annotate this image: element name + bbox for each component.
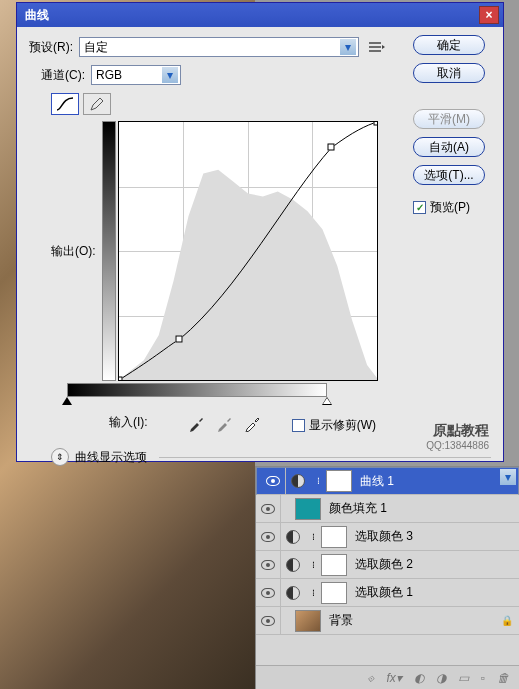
layer-name[interactable]: 选取颜色 1 [355,584,519,601]
curve-point[interactable] [328,144,335,151]
auto-button[interactable]: 自动(A) [413,137,485,157]
black-point-slider[interactable] [62,397,72,405]
layer-name[interactable]: 选取颜色 2 [355,556,519,573]
ok-button[interactable]: 确定 [413,35,485,55]
curve-point[interactable] [373,121,378,126]
visibility-icon[interactable] [261,532,275,542]
eyedropper-black-icon[interactable] [188,414,206,432]
output-label: 输出(O): [51,243,96,260]
show-clipping-label: 显示修剪(W) [309,417,376,434]
curve-point[interactable] [118,377,123,382]
checkbox-icon: ✓ [413,201,426,214]
preset-select[interactable]: 自定 [79,37,359,57]
curves-dialog: 曲线 × 预设(R): 自定 通道(C): RGB [16,2,504,462]
curve-tool-button[interactable] [51,93,79,115]
layer-thumbnail[interactable] [321,582,347,604]
visibility-icon[interactable] [261,588,275,598]
preview-label: 预览(P) [430,199,470,216]
layers-panel: ⁞曲线 1颜色填充 1⁞选取颜色 3⁞选取颜色 2⁞选取颜色 1背景🔒 ⟐ fx… [255,466,519,689]
visibility-icon[interactable] [261,504,275,514]
layer-thumbnail[interactable] [321,554,347,576]
expander-label: 曲线显示选项 [75,449,147,466]
lock-icon: 🔒 [501,615,513,626]
channel-label: 通道(C): [41,67,85,84]
expand-options-button[interactable]: ⇕ [51,448,69,466]
white-point-slider[interactable] [322,397,332,405]
watermark-qq: QQ:13844886 [426,440,489,451]
preview-checkbox[interactable]: ✓ 预览(P) [413,199,491,216]
visibility-icon[interactable] [261,616,275,626]
layer-row[interactable]: ⁞选取颜色 1 [256,579,519,607]
link-icon: ⁞ [310,476,326,486]
layer-row[interactable]: 颜色填充 1 [256,495,519,523]
pencil-tool-button[interactable] [83,93,111,115]
layer-name[interactable]: 颜色填充 1 [329,500,519,517]
smooth-button: 平滑(M) [413,109,485,129]
checkbox-icon [292,419,305,432]
layer-thumbnail[interactable] [326,470,352,492]
preset-value: 自定 [84,39,108,56]
layer-name[interactable]: 背景 [329,612,501,629]
dialog-title: 曲线 [21,7,49,24]
input-sliders[interactable] [67,399,327,409]
visibility-icon[interactable] [266,476,280,486]
eyedropper-gray-icon[interactable] [216,414,234,432]
link-icon: ⁞ [305,588,321,598]
layer-thumbnail[interactable] [295,498,321,520]
watermark: 原點教程 QQ:13844886 [426,422,489,451]
curve-point[interactable] [176,336,183,343]
input-gradient [67,383,327,397]
channel-select[interactable]: RGB [91,65,181,85]
layer-thumbnail[interactable] [321,526,347,548]
watermark-title: 原點教程 [426,422,489,440]
layer-row[interactable]: ⁞选取颜色 2 [256,551,519,579]
curve-graph[interactable] [118,121,378,381]
close-button[interactable]: × [479,6,499,24]
adjustment-layer-icon[interactable]: ◑ [436,671,446,685]
input-label: 输入(I): [109,414,148,431]
layer-name[interactable]: 选取颜色 3 [355,528,519,545]
channel-value: RGB [96,68,122,82]
preset-menu-icon[interactable] [367,39,387,55]
layer-mask-icon[interactable]: ◐ [414,671,424,685]
link-icon: ⁞ [305,560,321,570]
delete-layer-icon[interactable]: 🗑 [497,671,509,685]
layer-row[interactable]: ⁞曲线 1 [256,467,519,495]
curve-line [119,122,377,380]
adjustment-icon [286,586,300,600]
layer-thumbnail[interactable] [295,610,321,632]
titlebar[interactable]: 曲线 × [17,3,503,27]
layer-row[interactable]: 背景🔒 [256,607,519,635]
adjustment-icon [291,474,305,488]
layer-name[interactable]: 曲线 1 [360,473,498,490]
link-layers-icon[interactable]: ⟐ [367,671,374,685]
link-icon: ⁞ [305,532,321,542]
layer-row[interactable]: ⁞选取颜色 3 [256,523,519,551]
output-gradient [102,121,116,381]
layer-group-icon[interactable]: ▭ [458,671,469,685]
adjustment-icon [286,530,300,544]
layers-panel-footer: ⟐ fx▾ ◐ ◑ ▭ ▫ 🗑 [256,665,519,689]
eyedropper-white-icon[interactable] [244,414,262,432]
preset-label: 预设(R): [29,39,73,56]
visibility-icon[interactable] [261,560,275,570]
options-button[interactable]: 选项(T)... [413,165,485,185]
new-layer-icon[interactable]: ▫ [481,671,485,685]
show-clipping-checkbox[interactable]: 显示修剪(W) [292,417,376,434]
layer-fx-icon[interactable]: fx▾ [386,671,401,685]
cancel-button[interactable]: 取消 [413,63,485,83]
adjustment-icon [286,558,300,572]
